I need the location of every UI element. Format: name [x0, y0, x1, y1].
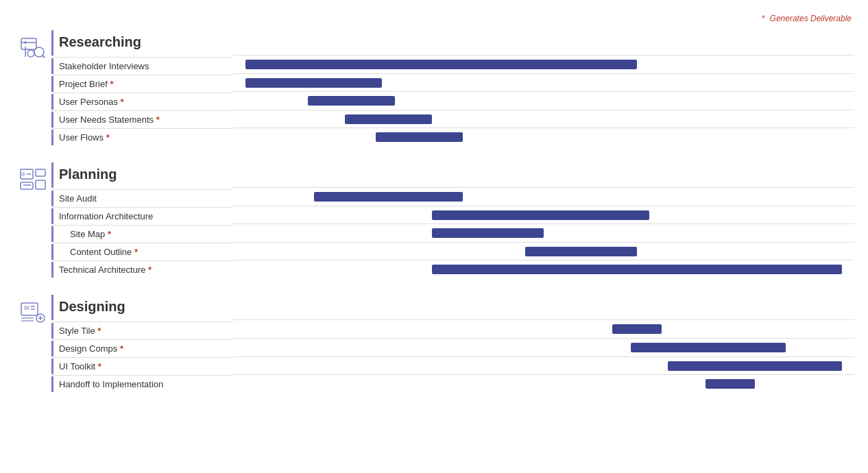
svg-rect-15 [24, 306, 29, 310]
section-designing: DesigningStyle Tile *Design Comps *UI To… [14, 295, 854, 393]
svg-point-3 [34, 47, 44, 57]
deliverable-asterisk: * [134, 247, 138, 257]
gantt-bar [245, 60, 637, 69]
svg-rect-8 [21, 182, 33, 189]
deliverable-asterisk: * [106, 132, 110, 143]
gantt-row [233, 73, 854, 92]
deliverable-asterisk: * [97, 326, 101, 336]
task-label: Stakeholder Interviews [51, 58, 223, 74]
gantt-row [233, 374, 854, 393]
section-title-designing: Designing [51, 295, 233, 320]
gantt-row [233, 356, 854, 375]
header-note: * Generates Deliverable [14, 14, 854, 23]
gantt-row [233, 55, 854, 73]
section-title-planning: Planning [51, 162, 233, 188]
gantt-bar [631, 343, 786, 352]
gantt-row [233, 187, 854, 206]
deliverable-asterisk: * [121, 97, 124, 107]
gantt-bar [668, 361, 842, 371]
task-label: Design Comps * [51, 341, 223, 356]
svg-rect-9 [36, 169, 45, 176]
svg-rect-2 [24, 41, 27, 44]
gantt-row [233, 242, 854, 260]
task-row: User Flows * [51, 128, 233, 146]
task-label: Content Outline * [51, 244, 223, 260]
gantt-row [233, 206, 854, 224]
section-title-researching: Researching [51, 30, 233, 56]
gantt-bar [345, 114, 432, 124]
task-row: Design Comps * [51, 339, 233, 357]
task-row: User Personas * [51, 93, 233, 110]
gantt-bar [612, 324, 662, 334]
gantt-bar [376, 132, 463, 142]
task-label: Handoff to Implementation [51, 376, 223, 392]
task-label: Style Tile * [51, 323, 223, 339]
gantt-row [233, 91, 854, 110]
task-row: User Needs Statements * [51, 110, 233, 128]
task-row: UI Toolkit * [51, 357, 233, 375]
deliverable-asterisk: * [108, 229, 111, 239]
deliverable-asterisk: * [156, 114, 160, 125]
gantt-row [233, 338, 854, 356]
gantt-row [233, 319, 854, 338]
gantt-row [233, 128, 854, 146]
task-row: Information Architecture [51, 207, 233, 225]
svg-point-11 [21, 172, 25, 176]
researching-icon [14, 30, 51, 62]
task-label: UI Toolkit * [51, 359, 223, 374]
deliverable-asterisk: * [148, 265, 152, 275]
task-row: Project Brief * [51, 75, 233, 93]
task-row: Handoff to Implementation [51, 375, 233, 393]
gantt-row [233, 223, 854, 242]
task-label: User Personas * [51, 94, 223, 110]
gantt-bar [432, 210, 649, 220]
svg-point-5 [27, 50, 34, 57]
deliverable-asterisk: * [110, 79, 113, 89]
task-label: User Needs Statements * [51, 112, 223, 128]
task-row: Technical Architecture * [51, 260, 233, 278]
task-label: Technical Architecture * [51, 262, 223, 278]
gantt-bar [706, 379, 755, 389]
gantt-bar [314, 192, 463, 202]
gantt-bar [245, 78, 382, 88]
task-label: Project Brief * [51, 76, 223, 92]
gantt-bar [525, 247, 637, 256]
task-row: Content Outline * [51, 243, 233, 260]
designing-icon [14, 295, 51, 326]
task-row: Site Map * [51, 225, 233, 243]
deliverable-asterisk: * [98, 361, 101, 372]
task-row: Style Tile * [51, 322, 233, 339]
gantt-bar [432, 228, 544, 238]
asterisk-symbol: * [762, 14, 765, 23]
gantt-bar [308, 96, 395, 106]
task-label: Site Map * [51, 226, 223, 242]
planning-icon [14, 162, 51, 194]
svg-rect-0 [21, 38, 36, 49]
gantt-row [233, 260, 854, 278]
gantt-bar [432, 265, 842, 274]
svg-line-4 [43, 56, 45, 58]
task-row: Stakeholder Interviews [51, 57, 233, 75]
task-row: Site Audit [51, 189, 233, 207]
section-researching: ResearchingStakeholder InterviewsProject… [14, 30, 854, 146]
task-label: Information Architecture [51, 208, 223, 224]
section-planning: PlanningSite AuditInformation Architectu… [14, 162, 854, 278]
task-label: User Flows * [51, 130, 223, 145]
svg-rect-10 [36, 180, 45, 189]
gantt-row [233, 110, 854, 128]
deliverable-asterisk: * [120, 343, 123, 354]
task-label: Site Audit [51, 191, 223, 206]
